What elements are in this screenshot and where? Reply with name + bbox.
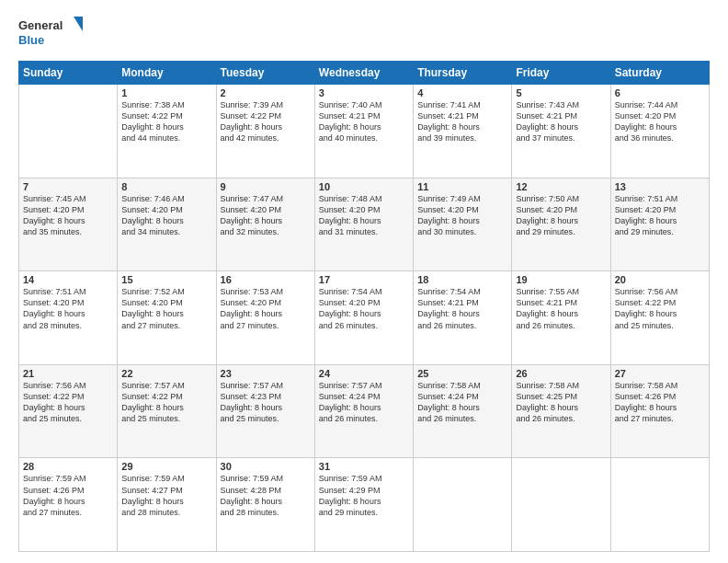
calendar-cell-4-6 xyxy=(610,458,709,552)
week-row-3: 14Sunrise: 7:51 AM Sunset: 4:20 PM Dayli… xyxy=(19,271,710,365)
day-info: Sunrise: 7:38 AM Sunset: 4:22 PM Dayligh… xyxy=(121,99,211,144)
day-number: 29 xyxy=(121,461,211,472)
weekday-header-row: SundayMondayTuesdayWednesdayThursdayFrid… xyxy=(19,62,710,85)
day-info: Sunrise: 7:51 AM Sunset: 4:20 PM Dayligh… xyxy=(23,286,113,331)
day-number: 7 xyxy=(23,181,113,192)
calendar-cell-3-6: 27Sunrise: 7:58 AM Sunset: 4:26 PM Dayli… xyxy=(610,364,709,458)
day-info: Sunrise: 7:41 AM Sunset: 4:21 PM Dayligh… xyxy=(417,99,507,144)
calendar-cell-4-0: 28Sunrise: 7:59 AM Sunset: 4:26 PM Dayli… xyxy=(19,458,118,552)
weekday-header-saturday: Saturday xyxy=(610,62,709,85)
calendar-cell-4-5 xyxy=(512,458,610,552)
calendar-cell-3-0: 21Sunrise: 7:56 AM Sunset: 4:22 PM Dayli… xyxy=(19,364,118,458)
day-number: 22 xyxy=(121,368,211,379)
calendar-cell-0-3: 3Sunrise: 7:40 AM Sunset: 4:21 PM Daylig… xyxy=(314,85,413,178)
calendar-cell-4-3: 31Sunrise: 7:59 AM Sunset: 4:29 PM Dayli… xyxy=(314,458,413,552)
weekday-header-sunday: Sunday xyxy=(19,62,118,85)
day-info: Sunrise: 7:57 AM Sunset: 4:24 PM Dayligh… xyxy=(319,380,409,425)
calendar-cell-1-0: 7Sunrise: 7:45 AM Sunset: 4:20 PM Daylig… xyxy=(19,178,118,271)
calendar-cell-2-6: 20Sunrise: 7:56 AM Sunset: 4:22 PM Dayli… xyxy=(610,271,709,365)
day-info: Sunrise: 7:56 AM Sunset: 4:22 PM Dayligh… xyxy=(23,380,113,425)
calendar-cell-3-1: 22Sunrise: 7:57 AM Sunset: 4:22 PM Dayli… xyxy=(118,364,216,458)
week-row-5: 28Sunrise: 7:59 AM Sunset: 4:26 PM Dayli… xyxy=(19,458,710,552)
day-info: Sunrise: 7:59 AM Sunset: 4:26 PM Dayligh… xyxy=(23,473,113,518)
page: General Blue SundayMondayTuesdayWednesda… xyxy=(0,0,728,563)
calendar-cell-3-5: 26Sunrise: 7:58 AM Sunset: 4:25 PM Dayli… xyxy=(512,364,610,458)
calendar-cell-1-2: 9Sunrise: 7:47 AM Sunset: 4:20 PM Daylig… xyxy=(216,178,314,271)
day-number: 4 xyxy=(417,87,507,98)
day-info: Sunrise: 7:56 AM Sunset: 4:22 PM Dayligh… xyxy=(615,286,705,331)
day-number: 1 xyxy=(121,87,211,98)
calendar-cell-0-5: 5Sunrise: 7:43 AM Sunset: 4:21 PM Daylig… xyxy=(512,85,610,178)
day-number: 18 xyxy=(417,274,507,285)
day-number: 16 xyxy=(221,274,311,285)
day-number: 30 xyxy=(221,461,311,472)
day-number: 19 xyxy=(516,274,606,285)
day-number: 26 xyxy=(516,368,606,379)
calendar-table: SundayMondayTuesdayWednesdayThursdayFrid… xyxy=(18,61,710,552)
header: General Blue xyxy=(18,15,710,52)
day-number: 3 xyxy=(319,87,409,98)
svg-text:General: General xyxy=(18,18,63,32)
calendar-cell-0-2: 2Sunrise: 7:39 AM Sunset: 4:22 PM Daylig… xyxy=(216,85,314,178)
day-number: 8 xyxy=(121,181,211,192)
logo: General Blue xyxy=(18,15,83,52)
week-row-1: 1Sunrise: 7:38 AM Sunset: 4:22 PM Daylig… xyxy=(19,85,710,178)
day-number: 10 xyxy=(319,181,409,192)
calendar-cell-1-1: 8Sunrise: 7:46 AM Sunset: 4:20 PM Daylig… xyxy=(118,178,216,271)
weekday-header-monday: Monday xyxy=(118,62,216,85)
calendar-cell-4-4 xyxy=(414,458,512,552)
day-number: 12 xyxy=(516,181,606,192)
calendar-cell-3-3: 24Sunrise: 7:57 AM Sunset: 4:24 PM Dayli… xyxy=(314,364,413,458)
calendar-cell-0-1: 1Sunrise: 7:38 AM Sunset: 4:22 PM Daylig… xyxy=(118,85,216,178)
day-info: Sunrise: 7:39 AM Sunset: 4:22 PM Dayligh… xyxy=(221,99,311,144)
logo-svg: General Blue xyxy=(18,15,83,52)
calendar-cell-1-3: 10Sunrise: 7:48 AM Sunset: 4:20 PM Dayli… xyxy=(314,178,413,271)
day-number: 9 xyxy=(221,181,311,192)
day-info: Sunrise: 7:58 AM Sunset: 4:26 PM Dayligh… xyxy=(615,380,705,425)
weekday-header-friday: Friday xyxy=(512,62,610,85)
day-info: Sunrise: 7:58 AM Sunset: 4:24 PM Dayligh… xyxy=(417,380,507,425)
day-number: 13 xyxy=(615,181,705,192)
day-info: Sunrise: 7:52 AM Sunset: 4:20 PM Dayligh… xyxy=(121,286,211,331)
day-info: Sunrise: 7:44 AM Sunset: 4:20 PM Dayligh… xyxy=(615,99,705,144)
day-info: Sunrise: 7:49 AM Sunset: 4:20 PM Dayligh… xyxy=(417,193,507,238)
calendar-cell-2-4: 18Sunrise: 7:54 AM Sunset: 4:21 PM Dayli… xyxy=(414,271,512,365)
day-number: 25 xyxy=(417,368,507,379)
day-number: 11 xyxy=(417,181,507,192)
day-number: 2 xyxy=(221,87,311,98)
calendar-body: 1Sunrise: 7:38 AM Sunset: 4:22 PM Daylig… xyxy=(19,85,710,552)
day-info: Sunrise: 7:54 AM Sunset: 4:20 PM Dayligh… xyxy=(319,286,409,331)
calendar-cell-1-5: 12Sunrise: 7:50 AM Sunset: 4:20 PM Dayli… xyxy=(512,178,610,271)
day-number: 17 xyxy=(319,274,409,285)
day-info: Sunrise: 7:59 AM Sunset: 4:28 PM Dayligh… xyxy=(221,473,311,518)
svg-marker-2 xyxy=(74,17,83,31)
calendar-header: SundayMondayTuesdayWednesdayThursdayFrid… xyxy=(19,62,710,85)
calendar-cell-0-0 xyxy=(19,85,118,178)
calendar-cell-4-1: 29Sunrise: 7:59 AM Sunset: 4:27 PM Dayli… xyxy=(118,458,216,552)
week-row-2: 7Sunrise: 7:45 AM Sunset: 4:20 PM Daylig… xyxy=(19,178,710,271)
day-info: Sunrise: 7:59 AM Sunset: 4:27 PM Dayligh… xyxy=(121,473,211,518)
day-number: 5 xyxy=(516,87,606,98)
calendar-cell-0-6: 6Sunrise: 7:44 AM Sunset: 4:20 PM Daylig… xyxy=(610,85,709,178)
day-info: Sunrise: 7:57 AM Sunset: 4:23 PM Dayligh… xyxy=(221,380,311,425)
day-info: Sunrise: 7:54 AM Sunset: 4:21 PM Dayligh… xyxy=(417,286,507,331)
day-info: Sunrise: 7:43 AM Sunset: 4:21 PM Dayligh… xyxy=(516,99,606,144)
calendar-cell-1-4: 11Sunrise: 7:49 AM Sunset: 4:20 PM Dayli… xyxy=(414,178,512,271)
day-info: Sunrise: 7:45 AM Sunset: 4:20 PM Dayligh… xyxy=(23,193,113,238)
svg-text:Blue: Blue xyxy=(18,33,44,47)
calendar-cell-3-4: 25Sunrise: 7:58 AM Sunset: 4:24 PM Dayli… xyxy=(414,364,512,458)
weekday-header-thursday: Thursday xyxy=(414,62,512,85)
day-number: 20 xyxy=(615,274,705,285)
day-number: 15 xyxy=(121,274,211,285)
calendar-cell-2-3: 17Sunrise: 7:54 AM Sunset: 4:20 PM Dayli… xyxy=(314,271,413,365)
day-number: 27 xyxy=(615,368,705,379)
day-info: Sunrise: 7:59 AM Sunset: 4:29 PM Dayligh… xyxy=(319,473,409,518)
day-info: Sunrise: 7:57 AM Sunset: 4:22 PM Dayligh… xyxy=(121,380,211,425)
day-number: 24 xyxy=(319,368,409,379)
day-info: Sunrise: 7:40 AM Sunset: 4:21 PM Dayligh… xyxy=(319,99,409,144)
day-info: Sunrise: 7:53 AM Sunset: 4:20 PM Dayligh… xyxy=(221,286,311,331)
day-info: Sunrise: 7:55 AM Sunset: 4:21 PM Dayligh… xyxy=(516,286,606,331)
day-number: 21 xyxy=(23,368,113,379)
day-number: 6 xyxy=(615,87,705,98)
day-number: 28 xyxy=(23,461,113,472)
